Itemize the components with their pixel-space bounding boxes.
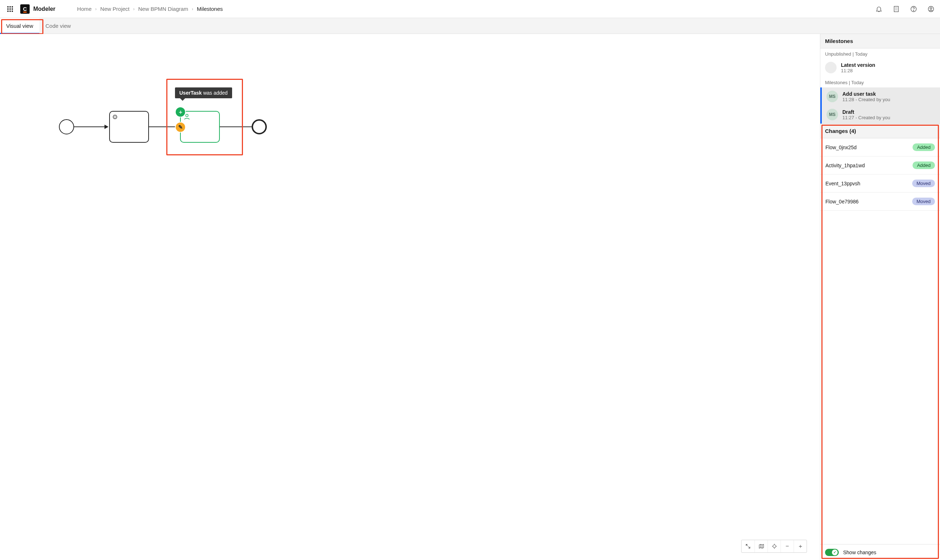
chevron-right-icon: › bbox=[95, 6, 97, 12]
tooltip-element-type: UserTask bbox=[179, 90, 202, 96]
latest-version-time: 11:28 bbox=[841, 68, 875, 73]
change-kind-pill: Added bbox=[912, 162, 935, 169]
milestone-title: Draft bbox=[842, 109, 890, 115]
svg-point-0 bbox=[7, 6, 9, 8]
chevron-right-icon: › bbox=[192, 6, 193, 12]
milestone-title: Add user task bbox=[842, 91, 890, 97]
sequence-flow[interactable] bbox=[149, 126, 180, 127]
milestone-meta: 11:28 - Created by you bbox=[842, 97, 890, 102]
tooltip-action: was added bbox=[202, 90, 228, 96]
change-row[interactable]: Flow_0jnx25d Added bbox=[820, 138, 940, 157]
milestones-panel: Milestones Unpublished | Today Latest ve… bbox=[820, 34, 940, 560]
panel-title: Milestones bbox=[820, 34, 940, 48]
unpublished-header: Unpublished | Today bbox=[820, 48, 940, 59]
gear-icon: ⚙ bbox=[112, 113, 118, 121]
expand-icon bbox=[745, 543, 751, 549]
logo-letter: C bbox=[23, 6, 27, 12]
apps-grid-icon bbox=[7, 6, 13, 12]
svg-point-6 bbox=[7, 11, 9, 12]
change-row[interactable]: Flow_0e79986 Moved bbox=[820, 192, 940, 211]
minus-icon: − bbox=[786, 543, 789, 549]
milestones-header: Milestones | Today bbox=[820, 77, 940, 88]
breadcrumb: Home › New Project › New BPMN Diagram › … bbox=[77, 6, 223, 12]
avatar: MS bbox=[826, 109, 838, 120]
help-button[interactable] bbox=[910, 5, 918, 13]
apps-menu-button[interactable] bbox=[5, 4, 15, 14]
topbar-icon-group bbox=[875, 5, 935, 13]
diagram-canvas[interactable]: ⚙ ＋ ✎ UserTask was added bbox=[0, 34, 820, 560]
modified-indicator-badge: ✎ bbox=[176, 123, 185, 132]
breadcrumb-item-home[interactable]: Home bbox=[77, 6, 91, 12]
svg-point-15 bbox=[773, 545, 776, 548]
fullscreen-button[interactable] bbox=[741, 540, 755, 552]
changes-list: Flow_0jnx25d Added Activity_1hpa1wd Adde… bbox=[820, 138, 940, 544]
show-changes-toggle[interactable]: ✓ bbox=[825, 549, 839, 556]
tab-visual-view[interactable]: Visual view bbox=[0, 18, 39, 34]
svg-point-13 bbox=[930, 7, 932, 9]
help-icon bbox=[910, 5, 917, 13]
arrow-head-icon bbox=[105, 125, 108, 129]
change-tooltip: UserTask was added bbox=[175, 88, 232, 98]
change-kind-pill: Moved bbox=[912, 198, 935, 205]
tab-code-view[interactable]: Code view bbox=[39, 18, 77, 34]
change-element-id: Flow_0jnx25d bbox=[825, 145, 857, 150]
plus-icon: ＋ bbox=[798, 543, 803, 550]
change-element-id: Flow_0e79986 bbox=[825, 199, 859, 205]
avatar: MS bbox=[826, 91, 838, 102]
target-icon bbox=[772, 543, 777, 549]
changes-title: Changes (4) bbox=[820, 123, 940, 138]
sequence-flow[interactable] bbox=[220, 126, 252, 127]
notifications-button[interactable] bbox=[875, 5, 883, 13]
product-logo[interactable]: C bbox=[20, 4, 30, 14]
zoom-in-button[interactable]: ＋ bbox=[794, 540, 807, 552]
bpmn-user-task[interactable] bbox=[180, 111, 220, 143]
breadcrumb-item-project[interactable]: New Project bbox=[100, 6, 129, 12]
main-area: ⚙ ＋ ✎ UserTask was added bbox=[0, 34, 940, 560]
sequence-flow[interactable] bbox=[74, 126, 105, 127]
svg-point-2 bbox=[12, 6, 13, 8]
svg-point-3 bbox=[7, 8, 9, 10]
change-kind-pill: Moved bbox=[912, 180, 935, 187]
milestone-list: MS Add user task 11:28 - Created by you … bbox=[820, 88, 940, 123]
canvas-controls: − ＋ bbox=[741, 540, 807, 553]
fit-view-button[interactable] bbox=[767, 540, 781, 552]
added-indicator-badge: ＋ bbox=[176, 107, 185, 117]
svg-point-1 bbox=[9, 6, 11, 8]
app-name[interactable]: Modeler bbox=[33, 6, 55, 12]
account-button[interactable] bbox=[927, 5, 935, 13]
svg-rect-9 bbox=[894, 6, 898, 12]
milestone-meta: 11:27 - Created by you bbox=[842, 115, 890, 120]
change-element-id: Event_13ppvsh bbox=[825, 181, 860, 186]
toggle-knob: ✓ bbox=[832, 549, 838, 555]
zoom-out-button[interactable]: − bbox=[781, 540, 794, 552]
bpmn-service-task[interactable]: ⚙ bbox=[109, 111, 149, 143]
milestone-item[interactable]: MS Add user task 11:28 - Created by you bbox=[820, 88, 940, 106]
svg-point-7 bbox=[9, 11, 11, 12]
svg-point-5 bbox=[12, 8, 13, 10]
user-circle-icon bbox=[927, 5, 935, 13]
change-kind-pill: Added bbox=[912, 143, 935, 151]
latest-version-title: Latest version bbox=[841, 62, 875, 68]
changes-section: Changes (4) Flow_0jnx25d Added Activity_… bbox=[820, 123, 940, 560]
svg-point-14 bbox=[186, 114, 188, 117]
bpmn-start-event[interactable] bbox=[59, 119, 74, 134]
milestone-item[interactable]: MS Draft 11:27 - Created by you bbox=[820, 106, 940, 123]
show-changes-label: Show changes bbox=[843, 549, 876, 555]
building-icon bbox=[893, 5, 900, 13]
change-row[interactable]: Event_13ppvsh Moved bbox=[820, 174, 940, 192]
organization-button[interactable] bbox=[892, 5, 900, 13]
avatar-placeholder bbox=[825, 62, 837, 73]
topbar: C Modeler Home › New Project › New BPMN … bbox=[0, 0, 940, 18]
svg-point-8 bbox=[12, 11, 13, 12]
latest-version-row[interactable]: Latest version 11:28 bbox=[820, 59, 940, 77]
svg-point-4 bbox=[9, 8, 11, 10]
show-changes-row: ✓ Show changes bbox=[820, 544, 940, 560]
view-tabs: Visual view Code view bbox=[0, 18, 940, 34]
change-element-id: Activity_1hpa1wd bbox=[825, 163, 865, 168]
breadcrumb-item-diagram[interactable]: New BPMN Diagram bbox=[138, 6, 188, 12]
map-icon bbox=[758, 543, 764, 549]
change-row[interactable]: Activity_1hpa1wd Added bbox=[820, 157, 940, 174]
bpmn-end-event[interactable] bbox=[252, 119, 267, 134]
minimap-button[interactable] bbox=[755, 540, 767, 552]
bell-icon bbox=[875, 5, 883, 13]
